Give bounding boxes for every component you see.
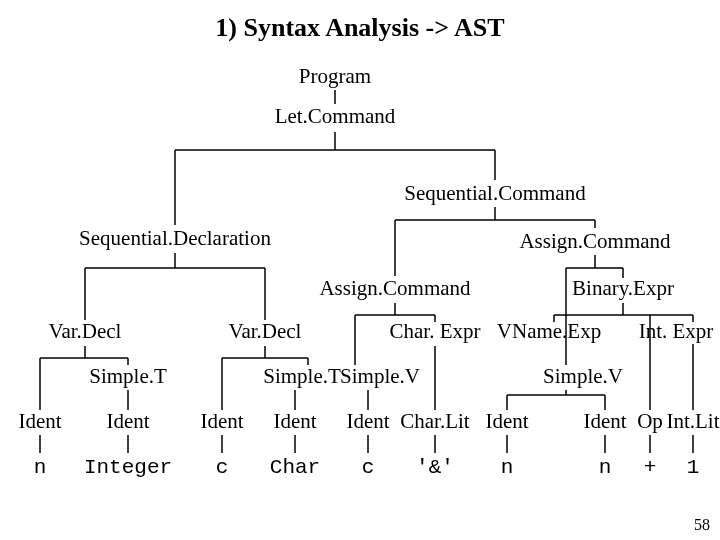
node-ident2: Ident — [106, 409, 149, 433]
node-simplev-l: Simple.V — [340, 364, 420, 388]
node-letcommand: Let.Command — [275, 104, 396, 128]
leaf-n3: n — [599, 456, 612, 479]
node-intlit: Int.Lit — [666, 409, 719, 433]
node-intexpr: Int. Expr — [639, 319, 714, 343]
leaf-c2: c — [362, 456, 375, 479]
ast-diagram: 1) Syntax Analysis -> AST 58 Program Let… — [0, 0, 720, 540]
leaf-one: 1 — [687, 456, 700, 479]
node-simplet-r: Simple.T — [263, 364, 341, 388]
node-ident7: Ident — [583, 409, 626, 433]
node-charexpr: Char. Expr — [390, 319, 481, 343]
leaf-integer: Integer — [84, 456, 172, 479]
node-seqcmd: Sequential.Command — [404, 181, 586, 205]
node-vardecl-r: Var.Decl — [229, 319, 302, 343]
node-assigncmd-r: Assign.Command — [519, 229, 671, 253]
node-binexpr: Binary.Expr — [572, 276, 674, 300]
node-program: Program — [299, 64, 371, 88]
page-number: 58 — [694, 516, 710, 533]
node-assigncmd-l: Assign.Command — [319, 276, 471, 300]
node-simplet-l: Simple.T — [89, 364, 167, 388]
node-ident3: Ident — [200, 409, 243, 433]
node-charlit: Char.Lit — [400, 409, 470, 433]
leaf-char: Char — [270, 456, 320, 479]
node-vardecl-l: Var.Decl — [49, 319, 122, 343]
node-vnameexp: VName.Exp — [497, 319, 601, 343]
node-op: Op — [637, 409, 663, 433]
node-ident5: Ident — [346, 409, 389, 433]
leaf-c1: c — [216, 456, 229, 479]
node-simplev-r: Simple.V — [543, 364, 623, 388]
node-ident6: Ident — [485, 409, 528, 433]
slide-title: 1) Syntax Analysis -> AST — [215, 13, 504, 42]
node-seqdecl: Sequential.Declaration — [79, 226, 271, 250]
node-ident1: Ident — [18, 409, 61, 433]
leaf-plus: + — [644, 456, 657, 479]
leaf-n2: n — [501, 456, 514, 479]
leaf-amp: '&' — [416, 456, 454, 479]
leaf-n1: n — [34, 456, 47, 479]
node-ident4: Ident — [273, 409, 316, 433]
